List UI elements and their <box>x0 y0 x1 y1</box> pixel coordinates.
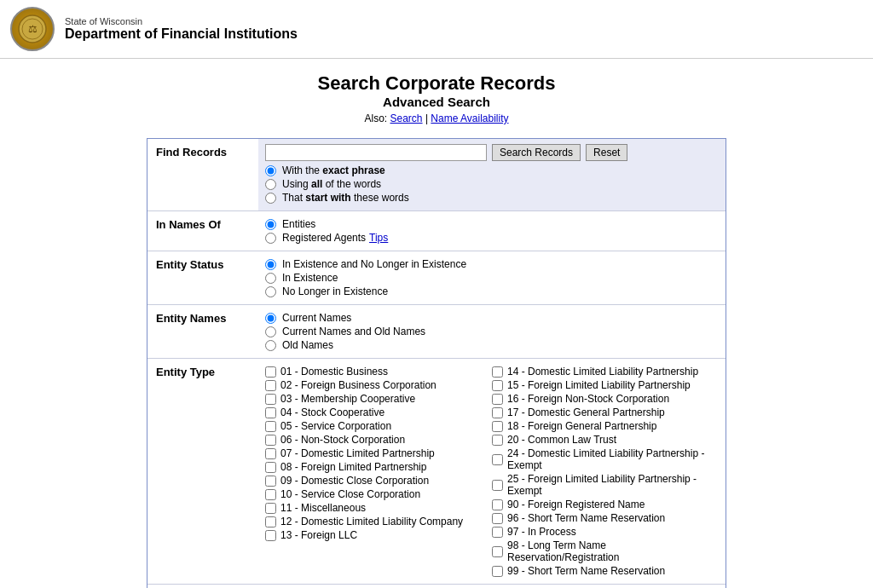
cb-15[interactable] <box>492 380 503 391</box>
cb-25[interactable] <box>492 480 503 491</box>
cb-12[interactable] <box>265 516 276 527</box>
name-availability-link[interactable]: Name Availability <box>431 112 508 124</box>
find-records-input-row: Search Records Reset <box>265 144 719 161</box>
entity-status-label: Entity Status <box>147 251 258 304</box>
not-existing-radio-row: No Longer in Existence <box>265 285 719 297</box>
old-names-radio[interactable] <box>265 340 276 351</box>
existing-radio-row: In Existence <box>265 272 719 284</box>
cb-20[interactable] <box>492 435 503 446</box>
search-link[interactable]: Search <box>390 112 423 124</box>
entity-96: 96 - Short Term Name Reservation <box>492 512 719 524</box>
cb-14[interactable] <box>492 366 503 378</box>
entity-03: 03 - Membership Cooperative <box>265 393 492 405</box>
cb-90[interactable] <box>492 499 503 510</box>
exact-phrase-radio[interactable] <box>265 165 276 176</box>
reg-date-label: Registration Date <box>147 585 258 588</box>
entity-type-left-col: 01 - Domestic Business 02 - Foreign Busi… <box>265 364 492 579</box>
not-existing-label: No Longer in Existence <box>282 285 388 297</box>
entity-98: 98 - Long Term Name Reservation/Registra… <box>492 539 719 563</box>
find-all-radio-row: Using all of the words <box>265 178 719 190</box>
entity-04: 04 - Stock Cooperative <box>265 406 492 418</box>
entity-08: 08 - Foreign Limited Partnership <box>265 461 492 473</box>
cb-02[interactable] <box>265 380 276 391</box>
entity-18: 18 - Foreign General Partnership <box>492 420 719 432</box>
entity-01: 01 - Domestic Business <box>265 366 492 378</box>
cb-24[interactable] <box>492 454 503 465</box>
cb-99[interactable] <box>492 566 503 577</box>
page-title: Search Corporate Records <box>0 72 873 95</box>
entity-type-right-col: 14 - Domestic Limited Liability Partners… <box>492 364 719 579</box>
current-names-radio[interactable] <box>265 313 276 324</box>
entity-11: 11 - Miscellaneous <box>265 502 492 514</box>
not-existing-radio[interactable] <box>265 286 276 297</box>
also-links: Also: Search | Name Availability <box>0 112 873 124</box>
cb-06[interactable] <box>265 435 276 446</box>
entity-status-row: Entity Status In Existence and No Longer… <box>147 251 726 305</box>
cb-17[interactable] <box>492 407 503 418</box>
entity-13: 13 - Foreign LLC <box>265 529 492 541</box>
find-records-content: Search Records Reset With the exact phra… <box>258 139 726 210</box>
entity-type-content: 01 - Domestic Business 02 - Foreign Busi… <box>258 359 726 584</box>
cb-97[interactable] <box>492 527 503 538</box>
entity-names-row: Entity Names Current Names Current Names… <box>147 305 726 359</box>
both-status-radio-row: In Existence and No Longer in Existence <box>265 258 719 270</box>
existing-radio[interactable] <box>265 273 276 284</box>
agents-radio-row: Registered Agents Tips <box>265 232 719 244</box>
page-header: ⚖ State of Wisconsin Department of Finan… <box>0 0 873 59</box>
in-names-of-content: Entities Registered Agents Tips <box>258 211 726 251</box>
page-subtitle: Advanced Search <box>0 95 873 109</box>
cb-98[interactable] <box>492 546 503 557</box>
reg-date-content: Is Between and <box>258 585 726 588</box>
cb-07[interactable] <box>265 448 276 459</box>
entity-16: 16 - Foreign Non-Stock Corporation <box>492 393 719 405</box>
find-start-radio-row: That start with these words <box>265 192 719 204</box>
cb-96[interactable] <box>492 513 503 524</box>
also-text: Also: <box>364 112 387 124</box>
search-records-button-top[interactable]: Search Records <box>492 144 581 161</box>
search-form: Find Records Search Records Reset With t… <box>147 138 726 588</box>
entity-24: 24 - Domestic Limited Liability Partners… <box>492 447 719 471</box>
entities-label: Entities <box>282 218 315 230</box>
cb-13[interactable] <box>265 530 276 541</box>
cb-01[interactable] <box>265 366 276 378</box>
current-old-names-radio[interactable] <box>265 326 276 337</box>
cb-05[interactable] <box>265 421 276 432</box>
entities-radio[interactable] <box>265 219 276 230</box>
cb-09[interactable] <box>265 476 276 487</box>
existing-label: In Existence <box>282 272 338 284</box>
entity-names-label: Entity Names <box>147 305 258 358</box>
entity-07: 07 - Domestic Limited Partnership <box>265 447 492 459</box>
find-records-row: Find Records Search Records Reset With t… <box>147 139 726 211</box>
entities-radio-row: Entities <box>265 218 719 230</box>
state-name: State of Wisconsin <box>65 16 298 26</box>
entity-14: 14 - Domestic Limited Liability Partners… <box>492 366 719 378</box>
cb-03[interactable] <box>265 394 276 405</box>
entity-12: 12 - Domestic Limited Liability Company <box>265 516 492 527</box>
entity-names-content: Current Names Current Names and Old Name… <box>258 305 726 358</box>
svg-text:⚖: ⚖ <box>28 23 38 35</box>
cb-10[interactable] <box>265 489 276 500</box>
cb-08[interactable] <box>265 462 276 473</box>
state-seal: ⚖ <box>10 7 55 51</box>
entity-99: 99 - Short Term Name Reservation <box>492 565 719 577</box>
both-status-radio[interactable] <box>265 259 276 270</box>
start-with-radio[interactable] <box>265 193 276 204</box>
entity-97: 97 - In Process <box>492 526 719 538</box>
entity-06: 06 - Non-Stock Corporation <box>265 434 492 446</box>
reset-button-top[interactable]: Reset <box>586 144 627 161</box>
cb-16[interactable] <box>492 394 503 405</box>
entity-type-grid: 01 - Domestic Business 02 - Foreign Busi… <box>265 364 719 579</box>
find-records-input[interactable] <box>265 144 487 161</box>
both-status-label: In Existence and No Longer in Existence <box>282 258 466 270</box>
registered-agents-radio[interactable] <box>265 233 276 244</box>
reg-date-row: Registration Date Is Between and <box>147 585 726 588</box>
tips-link[interactable]: Tips <box>369 232 388 244</box>
all-words-radio[interactable] <box>265 179 276 190</box>
cb-04[interactable] <box>265 407 276 418</box>
cb-11[interactable] <box>265 503 276 514</box>
registered-agents-label: Registered Agents <box>282 232 366 244</box>
cb-18[interactable] <box>492 421 503 432</box>
entity-status-content: In Existence and No Longer in Existence … <box>258 251 726 304</box>
current-names-radio-row: Current Names <box>265 312 719 324</box>
entity-20: 20 - Common Law Trust <box>492 434 719 446</box>
